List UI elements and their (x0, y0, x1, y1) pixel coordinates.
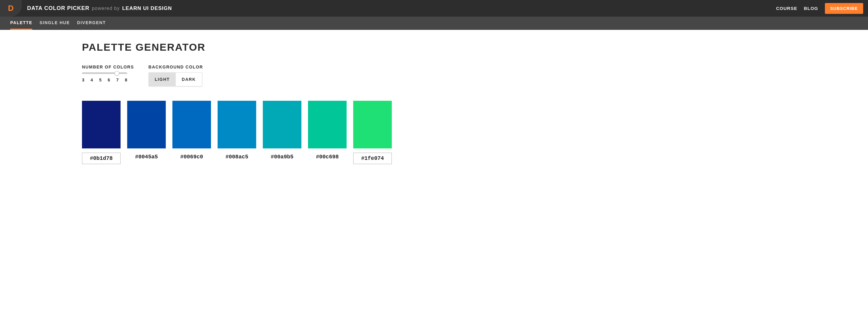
slider-thumb[interactable] (115, 71, 119, 76)
color-swatch[interactable] (263, 101, 301, 148)
palette-row: #0045a5#0069c0#008ac5#00a9b5#00c698 (82, 101, 404, 164)
slider-tick: 3 (82, 78, 84, 82)
controls-row: NUMBER OF COLORS 345678 BACKGROUND COLOR… (82, 64, 404, 86)
swatch-column (82, 101, 121, 164)
swatch-column: #00c698 (308, 101, 347, 164)
hex-label: #00a9b5 (263, 154, 301, 160)
swatch-column: #0045a5 (127, 101, 166, 164)
slider-tick: 8 (125, 78, 127, 82)
subscribe-button[interactable]: SUBSCRIBE (825, 3, 863, 14)
slider-tick: 4 (90, 78, 93, 82)
hex-label: #0045a5 (127, 154, 166, 160)
bg-option-light[interactable]: LIGHT (149, 73, 176, 86)
color-swatch[interactable] (353, 101, 392, 148)
slider-scale: 345678 (82, 78, 127, 82)
nav-blog[interactable]: BLOG (804, 6, 818, 11)
hex-input[interactable] (82, 153, 121, 164)
slider-tick: 5 (99, 78, 101, 82)
tab-palette[interactable]: PALETTE (10, 17, 32, 30)
logo-letter: D (8, 4, 14, 13)
bg-color-label: BACKGROUND COLOR (149, 64, 203, 69)
swatch-column: #00a9b5 (263, 101, 301, 164)
title-block: DATA COLOR PICKER powered by LEARN UI DE… (27, 5, 172, 11)
color-swatch[interactable] (173, 101, 211, 148)
page-title: PALETTE GENERATOR (82, 41, 404, 53)
color-swatch[interactable] (82, 101, 121, 148)
hex-input[interactable] (353, 153, 392, 164)
logo[interactable]: D (0, 0, 22, 17)
tabbar: PALETTE SINGLE HUE DIVERGENT (0, 17, 868, 30)
app-title: DATA COLOR PICKER (27, 5, 90, 11)
color-swatch[interactable] (127, 101, 166, 148)
tab-divergent[interactable]: DIVERGENT (77, 17, 106, 30)
bg-option-dark[interactable]: DARK (176, 73, 202, 86)
num-colors-slider[interactable]: 345678 (82, 72, 127, 82)
main-content: PALETTE GENERATOR NUMBER OF COLORS 34567… (82, 30, 404, 176)
color-swatch[interactable] (218, 101, 256, 148)
num-colors-group: NUMBER OF COLORS 345678 (82, 64, 134, 82)
swatch-column: #0069c0 (173, 101, 211, 164)
topbar: D DATA COLOR PICKER powered by LEARN UI … (0, 0, 868, 17)
bg-color-group: BACKGROUND COLOR LIGHT DARK (149, 64, 203, 86)
color-swatch[interactable] (308, 101, 347, 148)
nav-course[interactable]: COURSE (776, 6, 797, 11)
slider-track[interactable] (82, 72, 127, 74)
num-colors-label: NUMBER OF COLORS (82, 64, 134, 69)
hex-label: #00c698 (308, 154, 347, 160)
slider-tick: 7 (116, 78, 119, 82)
powered-by-text: powered by (92, 6, 120, 11)
bg-toggle: LIGHT DARK (149, 72, 202, 86)
brand-name[interactable]: LEARN UI DESIGN (122, 5, 172, 11)
hex-label: #008ac5 (218, 154, 256, 160)
swatch-column: #008ac5 (218, 101, 256, 164)
hex-label: #0069c0 (173, 154, 211, 160)
slider-tick: 6 (107, 78, 110, 82)
swatch-column (353, 101, 392, 164)
tab-single-hue[interactable]: SINGLE HUE (39, 17, 70, 30)
